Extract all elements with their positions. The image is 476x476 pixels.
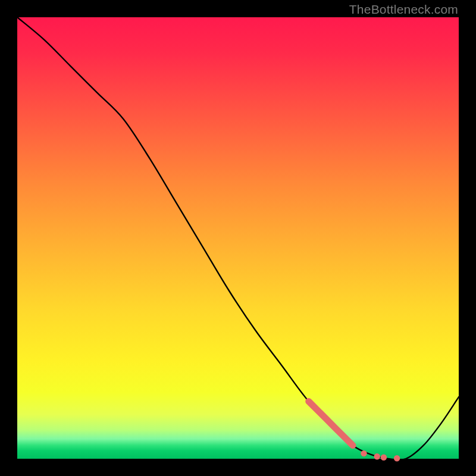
marker-dot	[381, 455, 387, 461]
marker-band	[309, 402, 353, 446]
watermark-text: TheBottleneck.com	[349, 2, 458, 17]
plot-area	[17, 17, 459, 459]
marker-dot	[394, 455, 400, 461]
marker-dot	[374, 453, 380, 459]
curve-svg	[17, 17, 459, 459]
chart-frame: TheBottleneck.com	[0, 0, 476, 476]
marker-dot	[361, 450, 367, 456]
bottleneck-curve	[17, 17, 459, 460]
